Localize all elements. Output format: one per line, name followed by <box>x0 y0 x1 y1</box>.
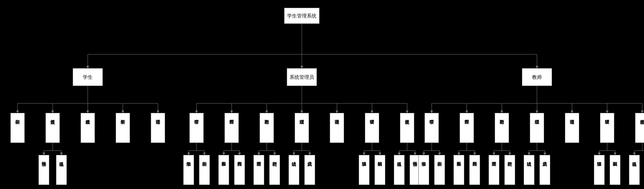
student-child-2-box <box>81 113 95 143</box>
admin-gc-3-0-box <box>289 155 299 185</box>
student-settings-child-1-box <box>56 155 67 185</box>
admin-child-0: 学生管理 <box>190 113 204 143</box>
admin-child-2-box <box>260 113 274 143</box>
teacher-gc-2-0-box <box>489 155 499 185</box>
teacher-gc-1-1: 教师列表 <box>470 155 480 185</box>
teacher-gc-6-0-box <box>629 155 640 185</box>
teacher-gc-0-1: 学生列表 <box>434 155 445 185</box>
admin-gc-2-0: 签到管理 <box>254 155 264 185</box>
student-settings-child-0: 修改密码 <box>38 155 49 185</box>
teacher-child-0: 学生管理 <box>425 113 439 143</box>
admin-child-4-box <box>330 113 344 143</box>
admin-node-label: 系统管理员 <box>290 74 314 80</box>
teacher-child-1-box <box>460 113 474 143</box>
admin-child-4: 选课管理 <box>330 113 344 143</box>
admin-gc-1-1-box <box>234 155 245 185</box>
teacher-child-1: 教师管理 <box>460 113 474 143</box>
teacher-child-2: 考勤签到 <box>495 113 509 143</box>
student-child-3-box <box>116 113 130 143</box>
student-child-4: 选课管理 <box>151 113 165 143</box>
teacher-gc-2-0: 签到管理 <box>489 155 499 185</box>
admin-child-5: 班级管理 <box>365 113 379 143</box>
teacher-node: 教师 <box>522 68 552 86</box>
admin-gc-2-0-box <box>254 155 264 185</box>
teacher-child-3-box <box>530 113 544 143</box>
admin-gc-0-1-box <box>199 155 210 185</box>
admin-child-3: 成绩管理 <box>295 113 309 143</box>
admin-gc-5-0-box <box>359 155 370 185</box>
teacher-child-2-box <box>495 113 509 143</box>
teacher-gc-3-1-box <box>540 155 550 185</box>
admin-gc-5-0: 班级添加 <box>359 155 370 185</box>
admin-gc-2-1: 签到统计 <box>269 155 280 185</box>
admin-gc-1-1: 教师列表 <box>234 155 245 185</box>
teacher-gc-3-0: 成绩统计 <box>524 155 534 185</box>
teacher-child-3: 成绩管理 <box>530 113 544 143</box>
teacher-gc-0-1-box <box>434 155 445 185</box>
admin-gc-3-0: 成绩统计 <box>289 155 299 185</box>
student-child-0: 学生列表 <box>10 113 24 143</box>
student-node: 学生 <box>73 68 103 86</box>
teacher-gc-2-1: 签到统计 <box>504 155 515 185</box>
student-child-1: 系统设置 <box>46 113 60 143</box>
student-settings-child-0-box <box>38 155 49 185</box>
student-settings-child-1: 退出系统 <box>56 155 67 185</box>
student-child-4-box <box>151 113 165 143</box>
root-node: 学生管理系统 <box>284 8 319 24</box>
teacher-gc-5-0-box <box>594 155 604 185</box>
teacher-gc-5-1: 班级列表 <box>610 155 620 185</box>
admin-gc-6-0: 退出系统 <box>394 155 404 185</box>
student-child-1-box <box>46 113 60 143</box>
teacher-child-4: 选课管理 <box>565 113 579 143</box>
teacher-gc-1-0: 教师添加 <box>454 155 464 185</box>
admin-gc-0-1: 学生列表 <box>199 155 210 185</box>
admin-gc-2-1-box <box>269 155 280 185</box>
admin-gc-3-1: 录入成绩 <box>304 155 315 185</box>
teacher-child-4-box <box>565 113 579 143</box>
student-child-2: 成绩查看 <box>81 113 95 143</box>
teacher-gc-0-0-box <box>418 155 429 185</box>
teacher-gc-5-1-box <box>610 155 620 185</box>
admin-gc-6-0-box <box>394 155 404 185</box>
teacher-gc-1-1-box <box>470 155 480 185</box>
admin-gc-5-1: 班级列表 <box>375 155 385 185</box>
teacher-gc-3-1: 录入成绩 <box>540 155 550 185</box>
admin-gc-0-0-box <box>183 155 194 185</box>
teacher-gc-0-0: 添加学生 <box>418 155 429 185</box>
teacher-child-6-box <box>635 113 644 143</box>
teacher-node-label: 教师 <box>532 74 542 80</box>
admin-child-6-box <box>400 113 414 143</box>
admin-gc-1-0: 教师添加 <box>218 155 229 185</box>
teacher-gc-3-0-box <box>524 155 534 185</box>
admin-node: 系统管理员 <box>287 68 317 86</box>
admin-child-2: 考勤签到 <box>260 113 274 143</box>
root-node-label: 学生管理系统 <box>287 13 316 18</box>
student-node-label: 学生 <box>83 74 93 80</box>
admin-gc-3-1-box <box>304 155 315 185</box>
admin-gc-5-1-box <box>375 155 385 185</box>
admin-gc-0-0: 添加学生 <box>183 155 194 185</box>
teacher-gc-6-0: 退出系统 <box>629 155 640 185</box>
teacher-child-5: 班级管理 <box>600 113 614 143</box>
teacher-gc-1-0-box <box>454 155 464 185</box>
teacher-child-5-box <box>600 113 614 143</box>
teacher-child-6: 系统设置 <box>635 113 644 143</box>
student-child-0-box <box>10 113 24 143</box>
admin-child-3-box <box>295 113 309 143</box>
admin-child-6: 系统设置 <box>400 113 414 143</box>
teacher-gc-5-0: 班级添加 <box>594 155 604 185</box>
hierarchy-diagram: 学生管理系统学生系统管理员教师学生列表系统设置成绩查看学生签到选课管理修改密码退… <box>0 0 644 189</box>
admin-child-1-box <box>224 113 239 143</box>
student-child-3: 学生签到 <box>116 113 130 143</box>
admin-child-0-box <box>190 113 204 143</box>
admin-child-1: 教师管理 <box>224 113 239 143</box>
admin-child-5-box <box>365 113 379 143</box>
teacher-child-0-box <box>425 113 439 143</box>
admin-gc-1-0-box <box>218 155 229 185</box>
teacher-gc-2-1-box <box>504 155 515 185</box>
